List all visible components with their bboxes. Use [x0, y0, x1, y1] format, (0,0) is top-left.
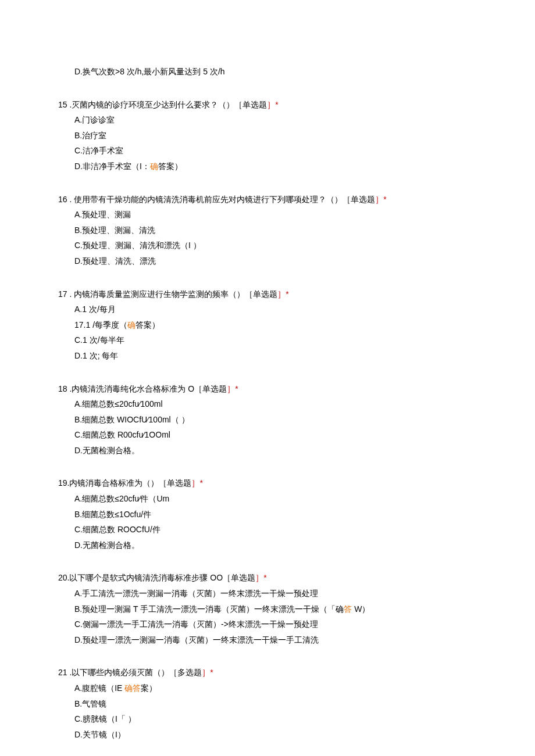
q15-option-b: B.治疗室 — [74, 128, 477, 144]
q20-stem-b: ］* — [255, 573, 266, 582]
question-21: 21 .以下哪些内镜必须灭菌（）［多选题］* A.腹腔镜（IE 确答案） B.气… — [58, 665, 477, 742]
q20-stem-a: 20.以下哪个是软式内镜清洗消毒标准步骤 OO［单选题 — [58, 573, 255, 582]
q20-option-d: D.预处理一漂洗一测漏一消毒（灭菌）一终末漂洗一干燥一手工清洗 — [74, 632, 477, 648]
q17-stem-b: ］* — [277, 289, 288, 299]
q16-option-c: C.预处理、测漏、清洗和漂洗（I ） — [74, 238, 477, 253]
q17-option-a: A.1 次/每月 — [74, 302, 477, 317]
q17-option-c: C.1 次/每半年 — [74, 332, 477, 348]
question-18-stem: 18 .内镜清洗消毒纯化水合格标准为 O［单选题］* — [58, 381, 477, 397]
question-19-stem: 19.内镜消毒合格标准为（）［单选题］* — [58, 475, 477, 491]
question-15-stem: 15 .灭菌内镜的诊疗环境至少达到什么要求？（）［单选题］* — [58, 97, 477, 113]
q15-stem-a: 15 .灭菌内镜的诊疗环境至少达到什么要求？（）［单选题 — [58, 100, 267, 109]
question-17-stem: 17 . 内镜消毒质量监测应进行生物学监测的频率（）［单选题］* — [58, 286, 477, 302]
fragment-text: D.换气次数>8 次/h,最小新风量达到 5 次/h — [74, 67, 225, 76]
q20-option-b: B.预处理一测漏 T 手工清洗一漂洗一消毒（灭菌）一终末漂洗一干燥（「确答 W） — [74, 601, 477, 617]
question-18: 18 .内镜清洗消毒纯化水合格标准为 O［单选题］* A.细菌总数≤20cfu∕… — [58, 381, 477, 458]
q19-stem-b: ］* — [191, 478, 202, 488]
q18-option-b: B.细菌总数 WIOCfU∕100ml（ ） — [74, 412, 477, 428]
question-16-stem: 16 . 使用带有干燥功能的内镜清洗消毒机前应先对内镜进行下列哪项处理？（）［单… — [58, 192, 477, 207]
q15-option-d: D.非洁净手术室（I：确答案） — [74, 159, 477, 174]
question-19: 19.内镜消毒合格标准为（）［单选题］* A.细菌总数≤20cfu∕件（Um B… — [58, 475, 477, 553]
q17-option-b: 17.1 /每季度（确答案） — [74, 317, 477, 333]
q15-option-c: C.洁净手术室 — [74, 143, 477, 159]
q19-option-d: D.无菌检测合格。 — [74, 538, 477, 553]
q19-option-a: A.细菌总数≤20cfu∕件（Um — [74, 491, 477, 507]
q21-option-c: C.膀胱镜（I「 ） — [74, 711, 477, 727]
q17-option-d: D.1 次; 每年 — [74, 348, 477, 364]
q16-option-d: D.预处理、清洗、漂洗 — [74, 253, 477, 269]
question-16: 16 . 使用带有干燥功能的内镜清洗消毒机前应先对内镜进行下列哪项处理？（）［单… — [58, 192, 477, 269]
fragment-option-d: D.换气次数>8 次/h,最小新风量达到 5 次/h — [74, 64, 477, 80]
q15-option-a: A.门诊诊室 — [74, 112, 477, 128]
q18-option-a: A.细菌总数≤20cfu∕100ml — [74, 396, 477, 412]
question-17: 17 . 内镜消毒质量监测应进行生物学监测的频率（）［单选题］* A.1 次/每… — [58, 286, 477, 364]
question-20-stem: 20.以下哪个是软式内镜清洗消毒标准步骤 OO［单选题］* — [58, 570, 477, 586]
q17-stem-a: 17 . 内镜消毒质量监测应进行生物学监测的频率（）［单选题 — [58, 289, 277, 299]
q19-option-c: C.细菌总数 ROOCfU/件 — [74, 522, 477, 538]
q20-option-a: A.手工清洗一漂洗一测漏一消毒（灭菌）一终末漂洗一干燥一预处理 — [74, 586, 477, 601]
q16-stem-b: ］* — [375, 195, 386, 204]
q18-option-c: C.细菌总数 R00cfu∕1OOml — [74, 427, 477, 443]
q21-option-b: B.气管镜 — [74, 696, 477, 712]
q16-option-b: B.预处理、测漏、清洗 — [74, 223, 477, 238]
question-20: 20.以下哪个是软式内镜清洗消毒标准步骤 OO［单选题］* A.手工清洗一漂洗一… — [58, 570, 477, 647]
q15-stem-b: ］* — [267, 100, 278, 109]
q18-stem-a: 18 .内镜清洗消毒纯化水合格标准为 O［单选题 — [58, 384, 227, 393]
q21-stem-b: ］* — [202, 668, 213, 677]
q21-stem-a: 21 .以下哪些内镜必须灭菌（）［多选题 — [58, 668, 202, 677]
q16-stem-a: 16 . 使用带有干燥功能的内镜清洗消毒机前应先对内镜进行下列哪项处理？（）［单… — [58, 195, 375, 204]
question-15: 15 .灭菌内镜的诊疗环境至少达到什么要求？（）［单选题］* A.门诊诊室 B.… — [58, 97, 477, 174]
q18-option-d: D.无菌检测合格。 — [74, 443, 477, 458]
q19-stem-a: 19.内镜消毒合格标准为（）［单选题 — [58, 478, 191, 488]
q19-option-b: B.细菌总数≤1Ocfu/件 — [74, 507, 477, 522]
q16-option-a: A.预处理、测漏 — [74, 207, 477, 223]
q18-stem-b: ］* — [227, 384, 238, 393]
q20-option-c: C.侧漏一漂洗一手工清洗一消毒（灭菌）->终末漂洗一干燥一预处理 — [74, 617, 477, 632]
q21-option-a: A.腹腔镜（IE 确答案） — [74, 680, 477, 696]
question-21-stem: 21 .以下哪些内镜必须灭菌（）［多选题］* — [58, 665, 477, 680]
q21-option-d: D.关节镜（I） — [74, 727, 477, 743]
